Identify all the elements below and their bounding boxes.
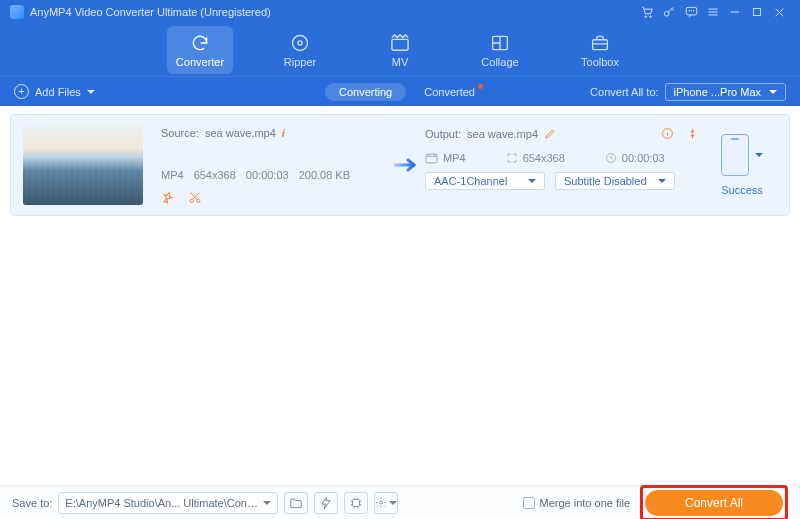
converter-icon (189, 33, 211, 53)
maximize-icon[interactable] (746, 1, 768, 23)
status-label: Success (721, 184, 763, 196)
checkbox-icon (523, 497, 535, 509)
menu-icon[interactable] (702, 1, 724, 23)
minimize-icon[interactable] (724, 1, 746, 23)
chevron-down-icon (769, 90, 777, 94)
toolbox-icon (590, 33, 610, 53)
mv-icon (389, 33, 411, 53)
output-filename: sea wave.mp4 (467, 128, 538, 140)
audio-track-dropdown[interactable]: AAC-1Channel (425, 172, 545, 190)
source-label: Source: (161, 127, 199, 139)
nav-converter[interactable]: Converter (167, 26, 233, 74)
svg-rect-18 (353, 499, 360, 506)
chevron-down-icon (87, 90, 95, 94)
source-resolution: 654x368 (194, 169, 236, 181)
chevron-down-icon (528, 179, 536, 183)
info-icon[interactable]: i (282, 127, 285, 139)
merge-label: Merge into one file (540, 497, 631, 509)
save-to-dropdown[interactable]: E:\AnyMP4 Studio\An... Ultimate\Converte… (58, 492, 278, 514)
output-resolution: 654x368 (523, 152, 565, 164)
source-size: 200.08 KB (299, 169, 350, 181)
svg-point-9 (298, 40, 302, 44)
add-files-button[interactable]: + Add Files (14, 84, 95, 99)
output-format: MP4 (443, 152, 466, 164)
output-format-value: iPhone ...Pro Max (674, 86, 761, 98)
app-logo-icon (10, 5, 24, 19)
subtitle-value: Subtitle Disabled (564, 175, 647, 187)
convert-all-highlight: Convert All (640, 485, 788, 520)
clock-icon (605, 152, 617, 164)
output-format-dropdown[interactable]: iPhone ...Pro Max (665, 83, 786, 101)
convert-all-label: Convert All (685, 496, 743, 510)
nav-mv[interactable]: MV (367, 26, 433, 74)
device-preview-icon[interactable] (721, 134, 749, 176)
nav-toolbox-label: Toolbox (581, 56, 619, 68)
source-format: MP4 (161, 169, 184, 181)
source-info: Source: sea wave.mp4 i MP4 654x368 00:00… (161, 125, 391, 205)
svg-rect-10 (392, 39, 408, 50)
svg-rect-7 (754, 9, 761, 16)
open-folder-button[interactable] (284, 492, 308, 514)
sub-toolbar: + Add Files Converting Converted Convert… (0, 76, 800, 106)
cart-icon[interactable] (636, 1, 658, 23)
svg-point-5 (691, 11, 692, 12)
title-bar: AnyMP4 Video Converter Ultimate (Unregis… (0, 0, 800, 24)
save-to-path: E:\AnyMP4 Studio\An... Ultimate\Converte… (65, 497, 263, 509)
nav-collage[interactable]: Collage (467, 26, 533, 74)
tab-converted[interactable]: Converted (424, 86, 475, 98)
convert-all-to-label: Convert All to: (590, 86, 658, 98)
output-duration: 00:00:03 (622, 152, 665, 164)
resolution-icon (506, 152, 518, 164)
chevron-down-icon[interactable] (755, 153, 763, 157)
arrow-icon (391, 125, 425, 205)
feedback-icon[interactable] (680, 1, 702, 23)
nav-toolbox[interactable]: Toolbox (567, 26, 633, 74)
svg-point-0 (645, 16, 647, 18)
settings-button[interactable] (374, 492, 398, 514)
device-preview-column: Success (707, 125, 777, 205)
nav-ripper-label: Ripper (284, 56, 316, 68)
tab-converted-label: Converted (424, 86, 475, 98)
save-to-label: Save to: (12, 497, 52, 509)
add-files-label: Add Files (35, 86, 81, 98)
hardware-accel-button[interactable] (314, 492, 338, 514)
subtitle-dropdown[interactable]: Subtitle Disabled (555, 172, 675, 190)
edit-icon[interactable] (544, 128, 556, 140)
svg-point-1 (650, 16, 652, 18)
svg-point-4 (688, 11, 689, 12)
tab-converting-label: Converting (339, 86, 392, 98)
chevron-down-icon (389, 501, 397, 505)
source-filename: sea wave.mp4 (205, 127, 276, 139)
app-title: AnyMP4 Video Converter Ultimate (Unregis… (30, 6, 271, 18)
file-list: Source: sea wave.mp4 i MP4 654x368 00:00… (0, 106, 800, 485)
cut-icon[interactable] (188, 191, 202, 204)
video-thumbnail[interactable] (23, 125, 143, 205)
output-label: Output: (425, 128, 461, 140)
chevron-down-icon (658, 179, 666, 183)
compress-icon[interactable] (686, 127, 699, 140)
svg-rect-16 (426, 154, 437, 163)
footer-bar: Save to: E:\AnyMP4 Studio\An... Ultimate… (0, 485, 800, 519)
close-icon[interactable] (768, 1, 790, 23)
output-info: Output: sea wave.mp4 MP4 654x368 00:00:0… (425, 125, 699, 205)
high-speed-button[interactable] (344, 492, 368, 514)
ripper-icon (290, 33, 310, 53)
nav-collage-label: Collage (481, 56, 518, 68)
source-duration: 00:00:03 (246, 169, 289, 181)
nav-ripper[interactable]: Ripper (267, 26, 333, 74)
info-circle-icon[interactable] (661, 127, 674, 140)
collage-icon (490, 33, 510, 53)
svg-point-19 (380, 501, 383, 504)
svg-point-2 (664, 11, 669, 16)
merge-checkbox[interactable]: Merge into one file (523, 497, 631, 509)
file-item: Source: sea wave.mp4 i MP4 654x368 00:00… (10, 114, 790, 216)
plus-circle-icon: + (14, 84, 29, 99)
key-icon[interactable] (658, 1, 680, 23)
chevron-down-icon (263, 501, 271, 505)
pin-icon[interactable] (161, 191, 174, 204)
svg-point-6 (693, 11, 694, 12)
video-icon (425, 153, 438, 164)
tab-converting[interactable]: Converting (325, 83, 406, 101)
convert-all-button[interactable]: Convert All (645, 490, 783, 516)
nav-converter-label: Converter (176, 56, 224, 68)
